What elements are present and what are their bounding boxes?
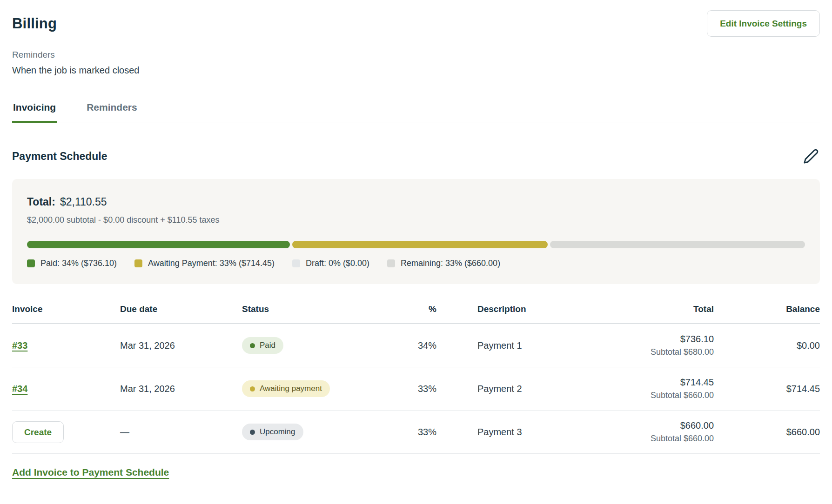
status-badge-upcoming: Upcoming (242, 424, 303, 441)
total-value: $2,110.55 (60, 196, 107, 208)
total-line: Total:$2,110.55 (27, 196, 805, 208)
draft-swatch-icon (292, 259, 300, 267)
progress-segment-paid (27, 241, 290, 248)
description-cell: Payment 2 (436, 384, 570, 394)
paid-dot-icon (250, 343, 255, 348)
legend-remaining-label: Remaining: 33% ($660.00) (401, 259, 500, 268)
table-row: Create — Upcoming 33% Payment 3 $660.00 … (12, 411, 820, 454)
payment-schedule-title: Payment Schedule (12, 150, 107, 163)
balance-cell: $714.45 (714, 384, 820, 394)
status-label: Paid (260, 341, 275, 350)
progress-legend: Paid: 34% ($736.10) Awaiting Payment: 33… (27, 259, 805, 268)
add-invoice-link[interactable]: Add Invoice to Payment Schedule (12, 467, 169, 477)
status-badge-awaiting-payment: Awaiting payment (242, 380, 330, 398)
due-date-cell: Mar 31, 2026 (120, 340, 242, 351)
subtotal-text: Subtotal $660.00 (570, 434, 714, 444)
legend-item-awaiting: Awaiting Payment: 33% ($714.45) (134, 259, 275, 268)
description-cell: Payment 1 (436, 340, 570, 351)
payment-summary-card: Total:$2,110.55 $2,000.00 subtotal - $0.… (12, 179, 820, 284)
invoice-33-link[interactable]: #33 (12, 340, 27, 351)
edit-invoice-settings-button[interactable]: Edit Invoice Settings (707, 10, 820, 37)
balance-cell: $660.00 (714, 427, 820, 438)
description-cell: Payment 3 (436, 427, 570, 438)
total-label: Total: (27, 196, 55, 208)
status-badge-paid: Paid (242, 337, 283, 354)
payment-schedule-table: Invoice Due date Status % Description To… (12, 295, 820, 454)
percent-cell: 34% (414, 340, 436, 351)
progress-segment-remaining (550, 241, 805, 248)
billing-page: Billing Edit Invoice Settings Reminders … (0, 0, 832, 478)
reminders-label: Reminders (12, 50, 820, 60)
legend-paid-label: Paid: 34% ($736.10) (40, 259, 117, 268)
status-label: Upcoming (260, 428, 295, 437)
upcoming-dot-icon (250, 430, 255, 435)
col-header-percent: % (414, 304, 436, 314)
legend-item-draft: Draft: 0% ($0.00) (292, 259, 369, 268)
col-header-balance: Balance (714, 304, 820, 314)
table-row: #34 Mar 31, 2026 Awaiting payment 33% Pa… (12, 367, 820, 411)
tab-invoicing[interactable]: Invoicing (12, 101, 57, 123)
total-cell: $736.10 Subtotal $680.00 (570, 334, 714, 357)
table-header-row: Invoice Due date Status % Description To… (12, 295, 820, 324)
tab-bar: Invoicing Reminders (12, 101, 820, 122)
total-amount: $660.00 (570, 420, 714, 431)
percent-cell: 33% (414, 384, 436, 394)
create-invoice-button[interactable]: Create (12, 421, 64, 443)
progress-segment-awaiting (292, 241, 547, 248)
col-header-invoice: Invoice (12, 304, 120, 314)
legend-item-paid: Paid: 34% ($736.10) (27, 259, 117, 268)
total-amount: $714.45 (570, 377, 714, 388)
reminders-value: When the job is marked closed (12, 65, 820, 76)
awaiting-dot-icon (250, 386, 255, 391)
awaiting-swatch-icon (134, 259, 142, 267)
payment-progress-bar (27, 241, 805, 248)
edit-payment-schedule-button[interactable] (802, 147, 820, 165)
paid-swatch-icon (27, 259, 35, 267)
total-amount: $736.10 (570, 334, 714, 345)
col-header-status: Status (242, 304, 414, 314)
total-cell: $660.00 Subtotal $660.00 (570, 420, 714, 444)
subtotal-text: Subtotal $680.00 (570, 347, 714, 357)
due-date-cell: — (120, 427, 242, 438)
pencil-icon (803, 159, 819, 166)
col-header-description: Description (436, 304, 570, 314)
remaining-swatch-icon (387, 259, 395, 267)
legend-awaiting-label: Awaiting Payment: 33% ($714.45) (148, 259, 275, 268)
total-breakdown: $2,000.00 subtotal - $0.00 discount + $1… (27, 215, 805, 225)
balance-cell: $0.00 (714, 340, 820, 351)
total-cell: $714.45 Subtotal $660.00 (570, 377, 714, 400)
page-header: Billing Edit Invoice Settings (12, 10, 820, 37)
subtotal-text: Subtotal $660.00 (570, 391, 714, 400)
col-header-total: Total (570, 304, 714, 314)
due-date-cell: Mar 31, 2026 (120, 384, 242, 394)
legend-item-remaining: Remaining: 33% ($660.00) (387, 259, 500, 268)
page-title: Billing (12, 15, 57, 32)
tab-reminders[interactable]: Reminders (86, 101, 138, 122)
payment-schedule-header: Payment Schedule (12, 147, 820, 165)
invoice-34-link[interactable]: #34 (12, 384, 27, 394)
status-label: Awaiting payment (260, 385, 322, 393)
table-row: #33 Mar 31, 2026 Paid 34% Payment 1 $736… (12, 324, 820, 367)
percent-cell: 33% (414, 427, 436, 438)
col-header-due-date: Due date (120, 304, 242, 314)
legend-draft-label: Draft: 0% ($0.00) (306, 259, 369, 268)
